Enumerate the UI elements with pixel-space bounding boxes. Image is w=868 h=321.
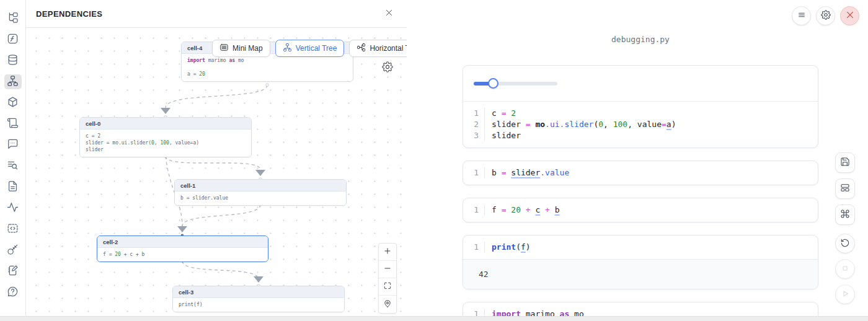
- hamburger-button[interactable]: [792, 6, 811, 25]
- graph-node-cell-2[interactable]: cell-2f = 20 + c + b: [97, 235, 268, 262]
- graph-toolbar-button-minimap[interactable]: Mini Map: [212, 40, 270, 57]
- graph-toolbar-button-tree-horizontal[interactable]: Horizontal Tree: [349, 40, 407, 57]
- close-x-icon: [845, 10, 855, 22]
- notebook-cells: 1c = 22slider = mo.ui.slider(0, 100, val…: [463, 65, 818, 321]
- sidebar-item-key[interactable]: [4, 243, 22, 258]
- line-number: 1: [463, 167, 484, 178]
- chat-icon: [7, 138, 19, 152]
- sidebar-item-dep-graph[interactable]: [4, 74, 22, 89]
- gear-button[interactable]: [816, 6, 835, 25]
- close-panel-button[interactable]: [382, 7, 396, 20]
- bottom-scroll-strip[interactable]: [0, 316, 868, 321]
- cell-editor[interactable]: 1print(f): [463, 235, 818, 259]
- cell-editor[interactable]: 1c = 22slider = mo.ui.slider(0, 100, val…: [463, 102, 818, 147]
- code-line[interactable]: c = 2: [484, 108, 818, 119]
- graph-node-code: f = 20 + c + b: [97, 248, 268, 262]
- code-line[interactable]: print(f): [484, 242, 818, 253]
- action-rail: [835, 152, 855, 304]
- snippets-icon: [7, 222, 19, 237]
- gear-icon: [382, 65, 393, 74]
- zoom-out-button[interactable]: [379, 261, 396, 278]
- dep-graph-icon: [7, 75, 19, 89]
- gear-icon: [821, 10, 831, 22]
- graph-node-code: print(f): [173, 298, 344, 312]
- graph-node-code: import marimo as mo a = 20: [182, 54, 353, 81]
- notebook-filename: debugging.py: [463, 35, 818, 44]
- pin-button[interactable]: [379, 296, 396, 313]
- sidebar-item-document[interactable]: [4, 180, 22, 195]
- function-icon: [7, 33, 19, 47]
- graph-toolbar-label: Vertical Tree: [296, 44, 337, 53]
- cell-editor[interactable]: 1f = 20 + c + b: [463, 198, 818, 222]
- line-number: 2: [463, 119, 484, 130]
- notebook-cell-cell-3[interactable]: 1print(f)42: [463, 235, 818, 289]
- notebook-cell-cell-1[interactable]: 1b = slider.value: [463, 160, 818, 185]
- scroll-icon: [7, 117, 19, 131]
- sidebar-item-scratchpad[interactable]: [4, 264, 22, 279]
- sidebar-item-help[interactable]: [4, 285, 22, 300]
- panel-title: DEPENDENCIES: [36, 9, 102, 19]
- graph-node-cell-3[interactable]: cell-3print(f): [172, 286, 345, 312]
- package-icon: [7, 96, 19, 110]
- sidebar-item-logs-search[interactable]: [4, 159, 22, 174]
- document-icon: [7, 180, 19, 195]
- graph-node-cell-1[interactable]: cell-1b = slider.value: [174, 179, 347, 206]
- activity-icon: [7, 201, 19, 216]
- notebook-area: debugging.py 1c = 22slider = mo.ui.slide…: [407, 0, 868, 316]
- undo-icon: [840, 238, 850, 250]
- tree-horizontal-icon: [356, 43, 366, 54]
- zoom-in-button[interactable]: [379, 244, 396, 261]
- fit-view-button[interactable]: [379, 278, 396, 296]
- graph-node-title: cell-1: [175, 180, 346, 191]
- cell-editor[interactable]: 1b = slider.value: [463, 161, 818, 185]
- sidebar-item-chat[interactable]: [4, 138, 22, 152]
- dependencies-panel-header: DEPENDENCIES: [26, 0, 407, 28]
- fit-view-icon: [383, 281, 392, 292]
- graph-settings-button[interactable]: [381, 61, 394, 74]
- dependencies-panel: DEPENDENCIES Mini MapVertical TreeHorizo…: [26, 0, 407, 316]
- sidebar-item-file-tree[interactable]: [4, 11, 22, 26]
- graph-node-code: c = 2slider = mo.ui.slider(0, 100, value…: [80, 130, 251, 157]
- minimap-icon: [219, 43, 229, 54]
- undo-button[interactable]: [835, 234, 855, 253]
- plus-icon: [383, 247, 392, 257]
- save-button[interactable]: [835, 152, 855, 173]
- key-icon: [7, 244, 19, 258]
- dependency-graph-canvas[interactable]: Mini MapVertical TreeHorizontal Tree cel…: [26, 28, 407, 316]
- shutdown-button[interactable]: [840, 6, 859, 25]
- slider-thumb[interactable]: [488, 78, 498, 89]
- sidebar-item-database[interactable]: [4, 53, 22, 68]
- cell-output-text: 42: [463, 259, 818, 289]
- minus-icon: [383, 264, 392, 275]
- sidebar-item-package[interactable]: [4, 95, 22, 110]
- stop-button[interactable]: [835, 259, 855, 279]
- hamburger-icon: [797, 10, 807, 22]
- sidebar-item-activity[interactable]: [4, 201, 22, 216]
- line-number: 1: [463, 108, 484, 119]
- database-icon: [7, 54, 19, 68]
- code-line[interactable]: b = slider.value: [484, 167, 818, 178]
- code-line[interactable]: f = 20 + c + b: [484, 204, 818, 216]
- graph-node-code: b = slider.value: [175, 191, 346, 205]
- graph-node-title: cell-3: [173, 286, 344, 298]
- pin-icon: [383, 299, 392, 310]
- code-line[interactable]: slider: [484, 130, 818, 141]
- notebook-cell-cell-2[interactable]: 1f = 20 + c + b: [463, 198, 818, 222]
- sidebar-item-scroll[interactable]: [4, 117, 22, 131]
- file-tree-icon: [7, 12, 19, 26]
- line-number: 3: [463, 130, 484, 141]
- topbar-actions: [792, 6, 859, 25]
- scratchpad-icon: [7, 265, 19, 279]
- panels-button[interactable]: [835, 178, 855, 199]
- graph-toolbar-button-tree-vertical[interactable]: Vertical Tree: [275, 40, 345, 57]
- sidebar-item-snippets[interactable]: [4, 222, 22, 237]
- graph-node-cell-0[interactable]: cell-0c = 2slider = mo.ui.slider(0, 100,…: [79, 117, 252, 157]
- code-line[interactable]: slider = mo.ui.slider(0, 100, value=a): [484, 119, 818, 130]
- notebook-cell-cell-0[interactable]: 1c = 22slider = mo.ui.slider(0, 100, val…: [463, 65, 818, 148]
- play-button[interactable]: [835, 284, 855, 304]
- sidebar-item-function[interactable]: [4, 32, 22, 47]
- marimo-app: DEPENDENCIES Mini MapVertical TreeHorizo…: [0, 0, 868, 321]
- slider-widget[interactable]: [474, 78, 557, 89]
- command-button[interactable]: [835, 204, 855, 225]
- graph-node-title: cell-0: [80, 118, 251, 130]
